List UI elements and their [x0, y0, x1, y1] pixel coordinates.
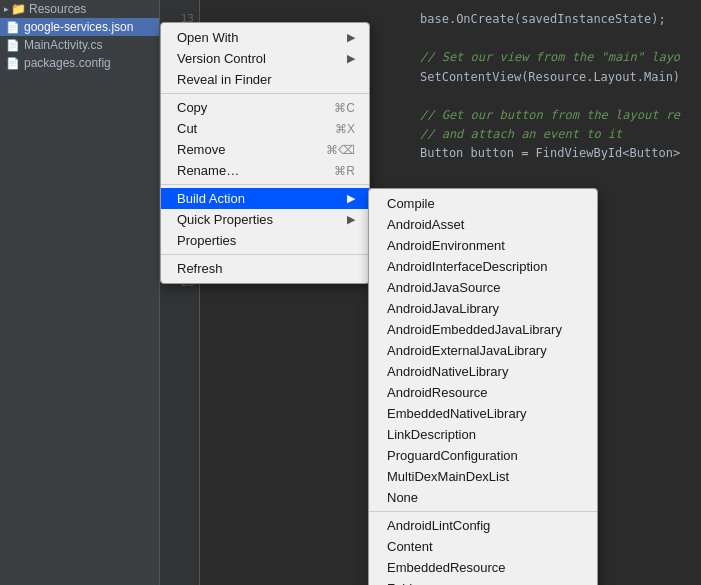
code-line-4: SetContentView(Resource.Layout.Main)	[420, 68, 701, 87]
submenu-item-android-asset[interactable]: AndroidAsset	[369, 214, 597, 235]
folder-arrow: ▸	[4, 4, 9, 14]
submenu-item-android-java-library[interactable]: AndroidJavaLibrary	[369, 298, 597, 319]
submenu-item-link-description[interactable]: LinkDescription	[369, 424, 597, 445]
submenu-item-content-label: Content	[387, 539, 433, 554]
submenu-item-link-description-label: LinkDescription	[387, 427, 476, 442]
submenu-item-compile[interactable]: Compile	[369, 193, 597, 214]
menu-item-properties[interactable]: Properties	[161, 230, 369, 251]
menu-item-rename-label: Rename…	[177, 163, 239, 178]
open-with-arrow-icon: ▶	[347, 31, 355, 44]
menu-item-reveal-label: Reveal in Finder	[177, 72, 272, 87]
menu-item-open-with-label: Open With	[177, 30, 238, 45]
sidebar-item-packages-config[interactable]: 📄 packages.config	[0, 54, 159, 72]
code-line-3: // Set our view from the "main" layo	[420, 48, 701, 67]
menu-item-build-action[interactable]: Build Action ▶	[161, 188, 369, 209]
menu-item-quick-properties[interactable]: Quick Properties ▶	[161, 209, 369, 230]
sidebar-item-main-activity[interactable]: 📄 MainActivity.cs	[0, 36, 159, 54]
submenu-item-android-interface-description-label: AndroidInterfaceDescription	[387, 259, 547, 274]
copy-shortcut: ⌘C	[334, 101, 355, 115]
submenu-item-multi-dex-main-dex-list-label: MultiDexMainDexList	[387, 469, 509, 484]
submenu-item-android-embedded-java-library-label: AndroidEmbeddedJavaLibrary	[387, 322, 562, 337]
build-action-submenu: Compile AndroidAsset AndroidEnvironment …	[368, 188, 598, 585]
submenu-item-none-label: None	[387, 490, 418, 505]
code-line-7: // and attach an event to it	[420, 125, 701, 144]
build-action-arrow-icon: ▶	[347, 192, 355, 205]
submenu-item-android-external-java-library-label: AndroidExternalJavaLibrary	[387, 343, 547, 358]
menu-item-quick-properties-label: Quick Properties	[177, 212, 273, 227]
menu-item-copy[interactable]: Copy ⌘C	[161, 97, 369, 118]
menu-item-copy-label: Copy	[177, 100, 207, 115]
menu-item-cut[interactable]: Cut ⌘X	[161, 118, 369, 139]
menu-item-version-control-label: Version Control	[177, 51, 266, 66]
menu-item-remove-label: Remove	[177, 142, 225, 157]
submenu-item-embedded-resource[interactable]: EmbeddedResource	[369, 557, 597, 578]
submenu-item-multi-dex-main-dex-list[interactable]: MultiDexMainDexList	[369, 466, 597, 487]
menu-item-refresh[interactable]: Refresh	[161, 258, 369, 279]
sidebar-item-label-google-services: google-services.json	[24, 20, 133, 34]
file-sidebar: ▸ 📁 Resources 📄 google-services.json 📄 M…	[0, 0, 160, 585]
submenu-item-android-environment-label: AndroidEnvironment	[387, 238, 505, 253]
file-icon-packages-config: 📄	[6, 57, 20, 70]
code-line-1: base.OnCreate(savedInstanceState);	[420, 10, 701, 29]
code-line-8: Button button = FindViewById<Button>	[420, 144, 701, 163]
sidebar-item-label-main-activity: MainActivity.cs	[24, 38, 102, 52]
submenu-item-android-native-library[interactable]: AndroidNativeLibrary	[369, 361, 597, 382]
code-line-5	[420, 87, 701, 106]
menu-divider-2	[161, 184, 369, 185]
file-icon-google-services: 📄	[6, 21, 20, 34]
submenu-item-embedded-native-library[interactable]: EmbeddedNativeLibrary	[369, 403, 597, 424]
folder-icon: 📁	[11, 2, 26, 16]
cut-shortcut: ⌘X	[335, 122, 355, 136]
sidebar-item-label-packages-config: packages.config	[24, 56, 111, 70]
context-menu: Open With ▶ Version Control ▶ Reveal in …	[160, 22, 370, 284]
submenu-item-android-resource[interactable]: AndroidResource	[369, 382, 597, 403]
menu-divider-1	[161, 93, 369, 94]
submenu-item-folder[interactable]: Folder	[369, 578, 597, 585]
submenu-item-android-external-java-library[interactable]: AndroidExternalJavaLibrary	[369, 340, 597, 361]
submenu-item-android-interface-description[interactable]: AndroidInterfaceDescription	[369, 256, 597, 277]
menu-item-version-control[interactable]: Version Control ▶	[161, 48, 369, 69]
code-line-2	[420, 29, 701, 48]
submenu-item-content[interactable]: Content	[369, 536, 597, 557]
file-icon-main-activity: 📄	[6, 39, 20, 52]
submenu-item-compile-label: Compile	[387, 196, 435, 211]
submenu-item-embedded-resource-label: EmbeddedResource	[387, 560, 506, 575]
submenu-item-android-java-source[interactable]: AndroidJavaSource	[369, 277, 597, 298]
menu-divider-3	[161, 254, 369, 255]
code-line-6: // Get our button from the layout re	[420, 106, 701, 125]
submenu-item-android-resource-label: AndroidResource	[387, 385, 487, 400]
remove-shortcut: ⌘⌫	[326, 143, 355, 157]
submenu-item-none[interactable]: None	[369, 487, 597, 508]
submenu-item-android-lint-config[interactable]: AndroidLintConfig	[369, 515, 597, 536]
submenu-item-android-environment[interactable]: AndroidEnvironment	[369, 235, 597, 256]
menu-item-remove[interactable]: Remove ⌘⌫	[161, 139, 369, 160]
menu-item-refresh-label: Refresh	[177, 261, 223, 276]
submenu-item-android-embedded-java-library[interactable]: AndroidEmbeddedJavaLibrary	[369, 319, 597, 340]
submenu-item-folder-label: Folder	[387, 581, 424, 585]
menu-item-properties-label: Properties	[177, 233, 236, 248]
submenu-item-proguard-configuration[interactable]: ProguardConfiguration	[369, 445, 597, 466]
submenu-item-android-asset-label: AndroidAsset	[387, 217, 464, 232]
menu-item-cut-label: Cut	[177, 121, 197, 136]
submenu-item-android-java-source-label: AndroidJavaSource	[387, 280, 500, 295]
version-control-arrow-icon: ▶	[347, 52, 355, 65]
sidebar-item-google-services[interactable]: 📄 google-services.json	[0, 18, 159, 36]
menu-item-open-with[interactable]: Open With ▶	[161, 27, 369, 48]
menu-item-build-action-label: Build Action	[177, 191, 245, 206]
submenu-item-android-java-library-label: AndroidJavaLibrary	[387, 301, 499, 316]
submenu-divider	[369, 511, 597, 512]
rename-shortcut: ⌘R	[334, 164, 355, 178]
folder-label: Resources	[29, 2, 86, 16]
resources-folder[interactable]: ▸ 📁 Resources	[0, 0, 159, 18]
submenu-item-embedded-native-library-label: EmbeddedNativeLibrary	[387, 406, 526, 421]
menu-item-reveal-in-finder[interactable]: Reveal in Finder	[161, 69, 369, 90]
menu-item-rename[interactable]: Rename… ⌘R	[161, 160, 369, 181]
submenu-item-android-lint-config-label: AndroidLintConfig	[387, 518, 490, 533]
submenu-item-proguard-configuration-label: ProguardConfiguration	[387, 448, 518, 463]
submenu-item-android-native-library-label: AndroidNativeLibrary	[387, 364, 508, 379]
quick-properties-arrow-icon: ▶	[347, 213, 355, 226]
